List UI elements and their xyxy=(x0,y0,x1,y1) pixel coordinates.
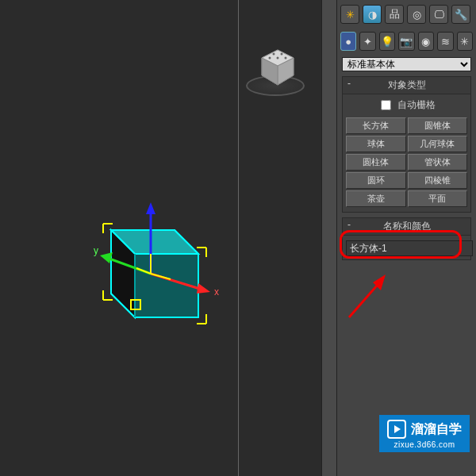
viewcube[interactable] xyxy=(234,32,313,111)
object-button-grid: 长方体 圆锥体 球体 几何球体 圆柱体 管状体 圆环 四棱锥 茶壶 平面 xyxy=(343,116,470,212)
lights-subtab-icon[interactable]: 💡 xyxy=(379,32,395,51)
cameras-subtab-icon[interactable]: 📷 xyxy=(398,32,414,51)
object-type-rollout: - 对象类型 自动栅格 长方体 圆锥体 球体 几何球体 圆柱体 管状体 圆环 四… xyxy=(342,76,471,213)
svg-point-7 xyxy=(273,53,275,56)
hierarchy-tab-icon[interactable]: 品 xyxy=(385,5,404,24)
systems-subtab-icon[interactable]: ✳ xyxy=(457,32,473,51)
utilities-tab-icon[interactable]: 🔧 xyxy=(451,5,470,24)
collapse-icon: - xyxy=(347,78,351,89)
create-tab-icon[interactable]: ✳ xyxy=(340,5,359,24)
watermark: 溜溜自学 zixue.3d66.com xyxy=(379,415,470,452)
geosphere-button[interactable]: 几何球体 xyxy=(408,136,468,152)
torus-button[interactable]: 圆环 xyxy=(346,172,406,189)
plane-button[interactable]: 平面 xyxy=(408,190,468,207)
category-select[interactable]: 标准基本体 xyxy=(342,57,471,71)
shapes-subtab-icon[interactable]: ✦ xyxy=(359,32,375,51)
watermark-brand: 溜溜自学 xyxy=(411,421,462,438)
autogrid-label: 自动栅格 xyxy=(397,99,436,110)
axis-x-label: x xyxy=(214,286,219,298)
teapot-button[interactable]: 茶壶 xyxy=(346,190,406,207)
cone-button[interactable]: 圆锥体 xyxy=(408,117,468,134)
helpers-subtab-icon[interactable]: ◉ xyxy=(418,32,434,51)
svg-marker-18 xyxy=(197,283,210,294)
name-color-header[interactable]: - 名称和颜色 xyxy=(343,218,470,236)
object-type-header[interactable]: - 对象类型 xyxy=(343,77,470,94)
main-tab-row: ✳ ◑ 品 ◎ 🖵 🔧 xyxy=(337,0,476,27)
name-row xyxy=(343,236,470,259)
category-dropdown[interactable]: 标准基本体 xyxy=(342,57,471,71)
display-tab-icon[interactable]: 🖵 xyxy=(429,5,448,24)
object-type-title: 对象类型 xyxy=(388,79,426,90)
command-panel: ✳ ◑ 品 ◎ 🖵 🔧 ● ✦ 💡 📷 ◉ ≋ ✳ 标准基本体 - 对象类型 自… xyxy=(336,0,476,476)
svg-point-6 xyxy=(285,57,287,60)
axis-y-label: y xyxy=(94,245,98,256)
viewcube-cube[interactable] xyxy=(258,48,290,79)
tube-button[interactable]: 管状体 xyxy=(408,154,468,171)
name-color-title: 名称和颜色 xyxy=(383,221,431,232)
svg-point-4 xyxy=(269,57,271,60)
pyramid-button[interactable]: 四棱锥 xyxy=(408,172,468,189)
scene-object-box[interactable]: x y xyxy=(63,198,222,341)
play-icon xyxy=(387,420,406,439)
cylinder-button[interactable]: 圆柱体 xyxy=(346,154,406,171)
box-button[interactable]: 长方体 xyxy=(346,117,406,134)
spacewarps-subtab-icon[interactable]: ≋ xyxy=(437,32,453,51)
autogrid-checkbox[interactable] xyxy=(381,100,391,110)
motion-tab-icon[interactable]: ◎ xyxy=(407,5,426,24)
collapse-icon: - xyxy=(347,219,351,230)
watermark-url: zixue.3d66.com xyxy=(393,440,455,449)
object-name-input[interactable] xyxy=(346,240,473,256)
name-color-rollout: - 名称和颜色 xyxy=(342,217,471,260)
sphere-button[interactable]: 球体 xyxy=(346,136,406,152)
sub-tab-row: ● ✦ 💡 📷 ◉ ≋ ✳ xyxy=(337,27,476,54)
geometry-subtab-icon[interactable]: ● xyxy=(340,32,356,51)
svg-point-5 xyxy=(277,57,279,60)
modify-tab-icon[interactable]: ◑ xyxy=(363,5,382,24)
svg-marker-16 xyxy=(146,202,155,214)
viewport[interactable]: x y xyxy=(0,0,322,476)
svg-point-8 xyxy=(281,53,283,56)
autogrid-row: 自动栅格 xyxy=(343,94,470,116)
